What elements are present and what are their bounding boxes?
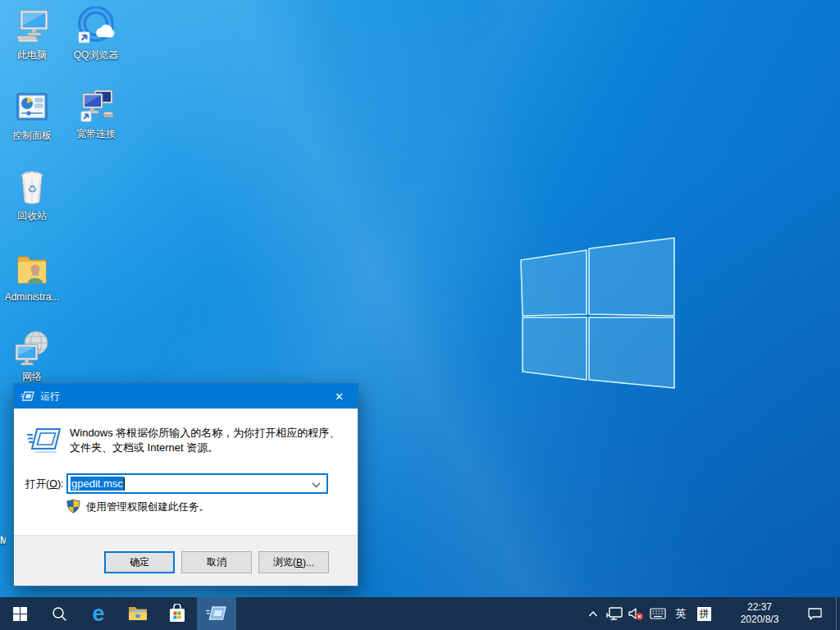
desktop-icon-network[interactable]: 网络 [0, 328, 64, 382]
taskbar-clock[interactable]: 22:37 2020/8/3 [729, 601, 790, 626]
selected-input-text: gpedit.msc [71, 477, 124, 491]
desktop-icon-label: 此电脑 [17, 49, 47, 61]
store-button[interactable] [158, 597, 197, 630]
desktop-icon-label: 宽带连接 [76, 128, 116, 139]
chevron-down-icon[interactable] [312, 477, 321, 491]
uac-note: 使用管理权限创建此任务。 [86, 500, 209, 514]
chevron-up-icon [588, 610, 598, 617]
action-center-button[interactable] [800, 597, 829, 630]
text-caret [124, 477, 125, 491]
desktop-icon-label: 回收站 [17, 210, 47, 221]
network-icon [12, 328, 52, 368]
run-dialog-title: 运行 [40, 390, 60, 404]
store-icon [168, 604, 186, 623]
notification-icon [807, 607, 823, 621]
file-explorer-icon [128, 605, 148, 622]
clock-date: 2020/8/3 [729, 614, 790, 626]
run-dialog-body: Windows 将根据你所输入的名称，为你打开相应的程序、 文件夹、文档或 In… [14, 409, 358, 535]
open-field-label: 打开(O): [25, 477, 64, 491]
edge-button[interactable]: e [79, 597, 118, 630]
ime-pinyin-indicator[interactable]: 拼 [697, 607, 711, 621]
system-tray: 英 拼 22:37 2020/8/3 [582, 597, 840, 630]
windows-start-icon [13, 607, 27, 621]
hidden-icons-chevron[interactable] [582, 597, 604, 630]
run-dialog-footer: 确定 取消 浏览(B)... [14, 535, 358, 586]
desktop-icon-this-pc[interactable]: 此电脑 [0, 7, 64, 61]
recycle-bin-icon: ♻ [12, 167, 52, 207]
network-tray-icon[interactable] [604, 597, 625, 630]
desktop-icon-control-panel[interactable]: 控制面板 [0, 87, 64, 141]
start-button[interactable] [0, 597, 39, 630]
qq-browser-icon [76, 7, 116, 46]
search-button[interactable] [39, 597, 79, 630]
search-icon [52, 606, 67, 622]
run-dialog-titlebar: 运行 ✕ [14, 384, 358, 409]
this-pc-icon [12, 7, 52, 46]
ok-button[interactable]: 确定 [104, 551, 175, 573]
hidden-desktop-icon-label: M [0, 535, 6, 546]
desktop-icon-broadband[interactable]: 宽带连接 [64, 85, 128, 139]
desktop-icon-label: 网络 [22, 371, 42, 382]
keyboard-icon [650, 608, 666, 619]
volume-tray-icon[interactable] [625, 597, 646, 630]
run-program-icon [26, 427, 62, 457]
desktop-icon-administrator[interactable]: Administra... [0, 249, 64, 303]
control-panel-icon [12, 87, 52, 126]
run-window-icon [206, 605, 227, 622]
desktop-icon-label: 控制面板 [12, 130, 52, 141]
browse-button[interactable]: 浏览(B)... [258, 551, 329, 573]
file-explorer-button[interactable] [118, 597, 158, 630]
cancel-button[interactable]: 取消 [181, 551, 252, 573]
svg-text:♻: ♻ [27, 183, 37, 195]
ime-language-indicator[interactable]: 英 [669, 597, 692, 630]
run-command-input[interactable]: gpedit.msc [66, 473, 328, 494]
desktop-wallpaper: 此电脑 QQ浏览器 控制面 [0, 0, 840, 597]
clock-time: 22:37 [729, 601, 790, 614]
edge-icon: e [92, 603, 104, 625]
taskbar: e [0, 597, 840, 630]
run-dialog-description: Windows 将根据你所输入的名称，为你打开相应的程序、 文件夹、文档或 In… [70, 426, 349, 454]
speaker-muted-icon [628, 607, 644, 621]
user-folder-icon [12, 249, 52, 288]
broadband-icon [76, 85, 116, 125]
run-dialog: 运行 ✕ Windows 将根据你所输入的名称，为你打开相应的程序、 文件夹、文… [13, 383, 358, 587]
desktop-icon-label: Administra... [5, 291, 60, 303]
desktop-icon-recycle-bin[interactable]: ♻ 回收站 [0, 167, 64, 221]
close-icon[interactable]: ✕ [321, 384, 358, 409]
uac-shield-icon [66, 499, 80, 517]
touch-keyboard-tray-icon[interactable] [646, 597, 669, 630]
run-taskbar-button[interactable] [197, 597, 236, 630]
show-desktop-button[interactable] [836, 597, 840, 630]
desktop-icon-qq-browser[interactable]: QQ浏览器 [64, 7, 128, 61]
ethernet-icon [606, 607, 623, 621]
windows-logo-watermark [517, 232, 681, 396]
desktop-icon-label: QQ浏览器 [74, 49, 119, 61]
run-dialog-icon [21, 390, 35, 402]
